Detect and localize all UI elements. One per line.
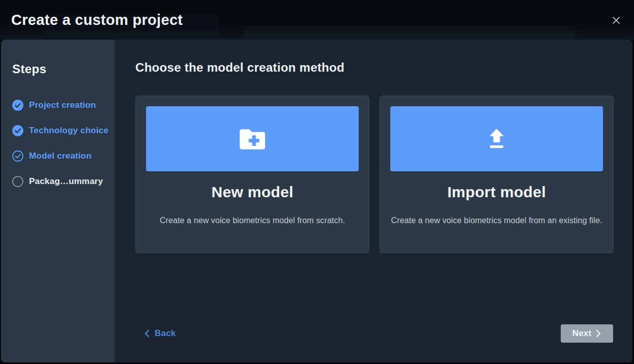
step-label: Project creation [29,100,96,110]
upload-icon [487,127,506,150]
next-button[interactable]: Next [561,324,613,343]
check-circle-filled-icon [12,100,23,111]
card-title: Import model [390,184,603,201]
step-package-summary[interactable]: Packag…ummary [12,176,114,187]
new-model-card[interactable]: New model Create a new voice biometrics … [135,96,369,253]
step-model-creation[interactable]: Model creation [12,150,114,162]
backdrop-ghost [244,26,575,39]
circle-outline-icon [12,176,23,187]
steps-sidebar: Steps Project creation T [1,40,114,362]
card-description: Create a new voice biometrics model from… [390,216,603,225]
backdrop-ghost [46,15,219,36]
step-project-creation[interactable]: Project creation [12,100,114,111]
steps-list: Project creation Technology choice [12,100,114,187]
method-cards: New model Create a new voice biometrics … [135,96,614,253]
step-label: Model creation [29,151,92,161]
next-label: Next [572,328,592,339]
back-label: Back [155,328,176,339]
chevron-left-icon [144,329,150,338]
check-circle-filled-icon [12,125,23,136]
import-model-card[interactable]: Import model Create a new voice biometri… [380,96,614,253]
folder-plus-icon [240,128,265,149]
import-model-banner [390,106,603,171]
step-heading: Choose the model creation method [135,60,344,75]
back-button[interactable]: Back [144,327,176,340]
check-circle-outline-icon [12,150,23,162]
close-button[interactable] [611,15,621,25]
step-label: Technology choice [29,126,108,136]
card-title: New model [146,184,359,201]
step-technology-choice[interactable]: Technology choice [12,125,114,136]
card-description: Create a new voice biometrics model from… [146,216,359,225]
close-icon [612,16,621,25]
dialog-body: Steps Project creation T [1,40,632,362]
step-label: Packag…ummary [29,176,103,187]
dialog-header: Create a custom project [0,0,634,40]
chevron-right-icon [596,329,601,338]
step-content-panel: Choose the model creation method New mod… [114,40,632,362]
new-model-banner [146,106,359,171]
steps-title: Steps [12,62,114,76]
